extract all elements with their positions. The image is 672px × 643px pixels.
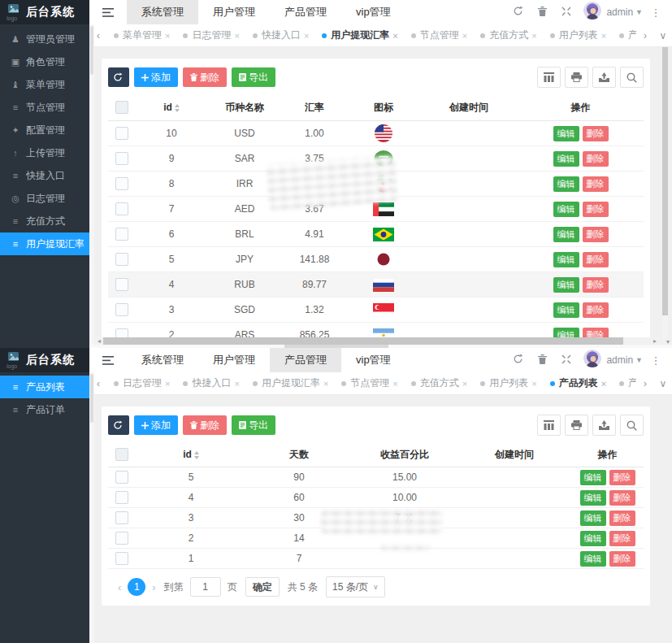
refresh-button[interactable]	[108, 67, 129, 87]
nav-item-system[interactable]: 系统管理	[127, 348, 198, 372]
columns-toggle-button[interactable]	[537, 67, 561, 88]
edit-button[interactable]: 编辑	[580, 490, 606, 506]
page-number-active[interactable]: 1	[128, 578, 145, 596]
print-button[interactable]	[565, 67, 588, 88]
logo[interactable]: logo 后台系统	[0, 348, 89, 372]
delete-button[interactable]: 删除	[583, 202, 609, 217]
delete-button[interactable]: 删除	[583, 176, 609, 192]
tab-close-icon[interactable]: ×	[392, 31, 397, 41]
vertical-scrollbar[interactable]	[662, 47, 668, 337]
tab-item[interactable]: 节点管理×	[405, 28, 474, 42]
page-prev-icon[interactable]: ‹	[113, 581, 126, 593]
row-checkbox[interactable]	[115, 278, 128, 291]
delete-button[interactable]: 删除	[609, 551, 635, 567]
sidebar-item[interactable]: ≡充值方式	[0, 210, 89, 232]
sidebar-item-active[interactable]: ≡用户提现汇率	[0, 232, 89, 255]
print-button[interactable]	[565, 415, 588, 436]
tab-item[interactable]: 日志管理×	[107, 376, 176, 390]
page-next-icon[interactable]: ›	[147, 581, 160, 593]
delete-button[interactable]: 删除	[583, 302, 609, 318]
tab-close-icon[interactable]: ×	[601, 379, 606, 389]
tab-close-icon[interactable]: ×	[531, 379, 536, 389]
row-checkbox[interactable]	[115, 491, 128, 504]
row-checkbox[interactable]	[115, 532, 128, 545]
select-all-checkbox[interactable]	[115, 448, 128, 461]
tab-item[interactable]: 用户列表×	[544, 28, 613, 42]
fullscreen-icon[interactable]	[554, 354, 579, 367]
confirm-button[interactable]: 确定	[245, 577, 280, 597]
sidebar-toggle-icon[interactable]	[89, 0, 127, 24]
nav-item-user[interactable]: 用户管理	[198, 348, 270, 372]
tab-close-icon[interactable]: ×	[165, 379, 170, 389]
tab-scroll-right-icon[interactable]: ›	[636, 378, 654, 389]
refresh-icon[interactable]	[505, 6, 530, 19]
user-menu[interactable]: admin ▼	[583, 350, 643, 371]
edit-button[interactable]: 编辑	[553, 302, 579, 318]
sort-icon[interactable]	[175, 104, 180, 112]
sidebar-item[interactable]: ◎日志管理	[0, 187, 89, 210]
tab-item[interactable]: 充值方式×	[474, 28, 543, 42]
edit-button[interactable]: 编辑	[553, 252, 579, 267]
sidebar-item[interactable]: ♝菜单管理	[0, 73, 89, 96]
sidebar-item[interactable]: ≡快捷入口	[0, 164, 89, 187]
nav-item-user[interactable]: 用户管理	[198, 0, 270, 24]
columns-toggle-button[interactable]	[537, 415, 561, 436]
delete-button[interactable]: 删除	[583, 151, 609, 167]
page-size-select[interactable]: 15 条/页∨	[326, 576, 385, 597]
delete-button[interactable]: 删除	[183, 67, 227, 87]
edit-button[interactable]: 编辑	[580, 531, 606, 546]
tab-close-icon[interactable]: ×	[462, 379, 467, 389]
tab-scroll-right-icon[interactable]: ›	[636, 30, 654, 41]
edit-button[interactable]: 编辑	[553, 176, 579, 192]
tab-item[interactable]: 节点管理×	[335, 376, 404, 390]
tab-item[interactable]: 日志管理×	[176, 28, 245, 42]
export-data-button[interactable]	[592, 415, 616, 436]
delete-button[interactable]: 删除	[583, 227, 609, 242]
tab-close-icon[interactable]: ×	[234, 379, 239, 389]
sidebar-item[interactable]: ↑上传管理	[0, 141, 89, 164]
edit-button[interactable]: 编辑	[580, 551, 606, 567]
export-button[interactable]: 导出	[232, 67, 275, 87]
row-checkbox[interactable]	[115, 127, 128, 140]
delete-button[interactable]: 删除	[609, 490, 635, 506]
tab-item[interactable]: 产品订单×	[613, 376, 636, 390]
delete-button[interactable]: 删除	[183, 415, 227, 435]
edit-button[interactable]: 编辑	[580, 510, 606, 526]
tab-item-active[interactable]: 产品列表×	[544, 376, 613, 390]
export-button[interactable]: 导出	[232, 415, 275, 435]
delete-button[interactable]: 删除	[609, 470, 635, 485]
row-checkbox[interactable]	[115, 552, 128, 565]
sidebar-item-active[interactable]: ≡产品列表	[0, 376, 89, 398]
edit-button[interactable]: 编辑	[553, 227, 579, 242]
delete-button[interactable]: 删除	[609, 531, 635, 546]
row-checkbox[interactable]	[115, 177, 128, 190]
scrollbar-thumb[interactable]	[90, 374, 93, 423]
nav-item-vip[interactable]: vip管理	[341, 348, 405, 372]
tab-dropdown-icon[interactable]: ∨	[654, 30, 672, 41]
tab-close-icon[interactable]: ×	[601, 31, 606, 41]
column-header-id[interactable]: id	[136, 442, 246, 467]
tab-item[interactable]: 菜单管理×	[107, 28, 176, 42]
row-checkbox[interactable]	[115, 152, 128, 165]
tab-item[interactable]: 充值方式×	[405, 376, 474, 390]
search-button[interactable]	[620, 415, 644, 436]
scrollbar-thumb[interactable]	[662, 47, 668, 315]
row-checkbox[interactable]	[115, 202, 128, 215]
row-checkbox[interactable]	[115, 471, 128, 484]
sort-icon[interactable]	[194, 451, 199, 459]
nav-item-system[interactable]: 系统管理	[127, 0, 198, 24]
refresh-button[interactable]	[108, 415, 129, 435]
kebab-menu-icon[interactable]: ⋮	[648, 7, 664, 19]
nav-item-vip[interactable]: vip管理	[341, 0, 405, 24]
row-checkbox[interactable]	[115, 303, 128, 316]
row-checkbox[interactable]	[115, 228, 128, 241]
tab-close-icon[interactable]: ×	[234, 31, 239, 41]
delete-button[interactable]: 删除	[583, 277, 609, 293]
add-button[interactable]: 添加	[134, 415, 178, 435]
edit-button[interactable]: 编辑	[553, 202, 579, 217]
scroll-right-icon[interactable]: ▸	[651, 337, 659, 345]
fullscreen-icon[interactable]	[554, 7, 579, 19]
refresh-icon[interactable]	[505, 354, 530, 367]
sidebar-toggle-icon[interactable]	[89, 348, 127, 372]
tab-close-icon[interactable]: ×	[392, 379, 397, 389]
